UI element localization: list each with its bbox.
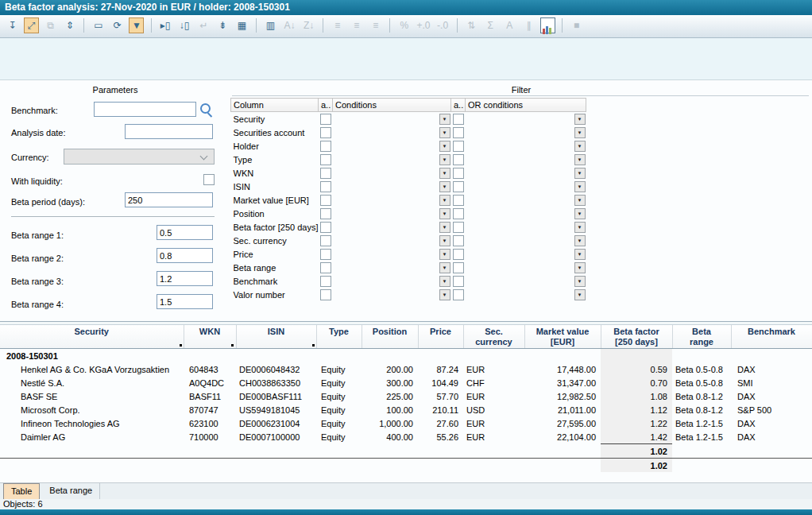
tab-beta-range[interactable]: Beta range (42, 483, 100, 499)
column-header-security[interactable]: Security (0, 325, 184, 349)
table-row[interactable]: Daimler AG 710000 DE0007100000 Equity 40… (0, 430, 812, 444)
fit-columns-icon[interactable]: ⤢ (24, 17, 39, 33)
filter-or-checkbox[interactable] (453, 141, 464, 152)
filter-and-checkbox[interactable] (320, 208, 331, 219)
filter-and-checkbox[interactable] (320, 195, 331, 206)
table-row[interactable]: Nestlé S.A. A0Q4DC CH0038863350 Equity 3… (0, 376, 812, 389)
or-condition-dropdown[interactable]: ▼ (574, 181, 586, 192)
or-condition-dropdown[interactable]: ▼ (574, 276, 586, 287)
filter-and-checkbox[interactable] (320, 168, 331, 179)
filter-or-checkbox[interactable] (453, 195, 464, 206)
condition-dropdown[interactable]: ▼ (439, 168, 450, 179)
filter-and-checkbox[interactable] (320, 127, 331, 138)
filter-and-checkbox[interactable] (320, 222, 331, 233)
or-condition-dropdown[interactable]: ▼ (574, 262, 586, 273)
condition-dropdown[interactable]: ▼ (439, 289, 450, 300)
filter-or-checkbox[interactable] (453, 222, 464, 233)
filter-or-checkbox[interactable] (453, 114, 464, 125)
condition-dropdown[interactable]: ▼ (439, 262, 450, 273)
filter-and-checkbox[interactable] (320, 249, 331, 260)
filter-or-checkbox[interactable] (453, 181, 464, 192)
or-condition-dropdown[interactable]: ▼ (574, 249, 586, 260)
column-header-isin[interactable]: ISIN (236, 325, 316, 349)
insert-column-icon[interactable]: ▸▯ (158, 17, 173, 33)
beta-range-2-input[interactable] (157, 248, 213, 263)
table-row[interactable]: Henkel AG & Co. KGaA Vorzugsaktien 60484… (0, 362, 812, 376)
analysis-date-input[interactable] (125, 124, 213, 139)
filter-and-checkbox[interactable] (320, 262, 331, 273)
condition-dropdown[interactable]: ▼ (439, 222, 450, 233)
condition-dropdown[interactable]: ▼ (439, 127, 450, 138)
refresh-icon[interactable]: ⟳ (110, 17, 125, 33)
filter-and-checkbox[interactable] (320, 276, 331, 287)
magnifier-icon[interactable] (200, 103, 211, 114)
filter-and-checkbox[interactable] (320, 289, 331, 300)
insert-row-icon[interactable]: ↓▯ (177, 17, 192, 33)
filter-or-checkbox[interactable] (453, 208, 464, 219)
fit-height-icon[interactable]: ⇕ (62, 17, 77, 33)
column-header-benchmark[interactable]: Benchmark (731, 325, 812, 349)
column-header-beta-factor[interactable]: Beta factor[250 days] (601, 325, 672, 349)
column-lines-icon[interactable]: ▥ (263, 17, 278, 33)
condition-dropdown[interactable]: ▼ (439, 141, 450, 152)
condition-dropdown[interactable]: ▼ (439, 276, 450, 287)
condition-dropdown[interactable]: ▼ (439, 181, 450, 192)
condition-dropdown[interactable]: ▼ (439, 249, 450, 260)
filter-or-checkbox[interactable] (453, 127, 464, 138)
filter-and-checkbox[interactable] (320, 154, 331, 165)
filter-or-checkbox[interactable] (453, 249, 464, 260)
or-condition-dropdown[interactable]: ▼ (574, 127, 586, 138)
group-row[interactable]: 2008-150301 (0, 349, 812, 363)
or-condition-dropdown[interactable]: ▼ (574, 168, 586, 179)
filter-and-checkbox[interactable] (320, 114, 331, 125)
filter-icon[interactable]: ▼ (129, 17, 144, 33)
condition-dropdown[interactable]: ▼ (439, 208, 450, 219)
table-row[interactable]: BASF SE BASF11 DE000BASF111 Equity 225.0… (0, 389, 812, 403)
condition-dropdown[interactable]: ▼ (439, 195, 450, 206)
table-row[interactable]: Microsoft Corp. 870747 US5949181045 Equi… (0, 403, 812, 416)
new-range-icon[interactable]: ▭ (91, 17, 106, 33)
filter-or-checkbox[interactable] (453, 168, 464, 179)
condition-dropdown[interactable]: ▼ (439, 154, 450, 165)
beta-range-4-input[interactable] (157, 294, 213, 309)
or-condition-dropdown[interactable]: ▼ (574, 114, 586, 125)
with-liquidity-checkbox[interactable] (203, 174, 215, 185)
filter-and-checkbox[interactable] (320, 181, 331, 192)
filter-or-checkbox[interactable] (453, 154, 464, 165)
chart-columns-icon[interactable]: ▦ (234, 17, 249, 33)
column-header-sec-currency[interactable]: Sec.currency (463, 325, 524, 349)
or-condition-dropdown[interactable]: ▼ (574, 222, 586, 233)
condition-dropdown[interactable]: ▼ (439, 114, 450, 125)
or-condition-dropdown[interactable]: ▼ (574, 141, 586, 152)
filter-or-checkbox[interactable] (453, 276, 464, 287)
column-header-wkn[interactable]: WKN (184, 325, 236, 349)
column-header-market-value[interactable]: Market value[EUR] (524, 325, 601, 349)
filter-or-checkbox[interactable] (453, 289, 464, 300)
cell-benchmark: S&P 500 (731, 403, 812, 416)
benchmark-input[interactable] (94, 102, 196, 117)
export-down-icon[interactable]: ⇟ (215, 17, 230, 33)
tab-table[interactable]: Table (3, 483, 40, 500)
beta-range-3-input[interactable] (157, 271, 213, 286)
filter-or-checkbox[interactable] (453, 235, 464, 246)
or-condition-dropdown[interactable]: ▼ (574, 208, 586, 219)
beta-range-1-input[interactable] (157, 225, 213, 240)
filter-and-checkbox[interactable] (320, 235, 331, 246)
cell-beta-factor: 1.42 (601, 430, 672, 444)
cell-beta-factor: 1.08 (601, 389, 672, 403)
column-header-position[interactable]: Position (362, 325, 418, 349)
column-header-type[interactable]: Type (316, 325, 362, 349)
table-row[interactable]: Infineon Technologies AG 623100 DE000623… (0, 416, 812, 430)
filter-or-checkbox[interactable] (453, 262, 464, 273)
or-condition-dropdown[interactable]: ▼ (574, 289, 586, 300)
column-header-beta-range[interactable]: Betarange (672, 325, 731, 349)
chart-icon[interactable] (540, 17, 555, 33)
export-table-icon[interactable]: ↧ (5, 17, 20, 33)
beta-period-input[interactable] (125, 192, 213, 207)
condition-dropdown[interactable]: ▼ (439, 235, 450, 246)
filter-and-checkbox[interactable] (320, 141, 331, 152)
or-condition-dropdown[interactable]: ▼ (574, 235, 586, 246)
column-header-price[interactable]: Price (418, 325, 463, 349)
or-condition-dropdown[interactable]: ▼ (574, 154, 586, 165)
or-condition-dropdown[interactable]: ▼ (574, 195, 586, 206)
